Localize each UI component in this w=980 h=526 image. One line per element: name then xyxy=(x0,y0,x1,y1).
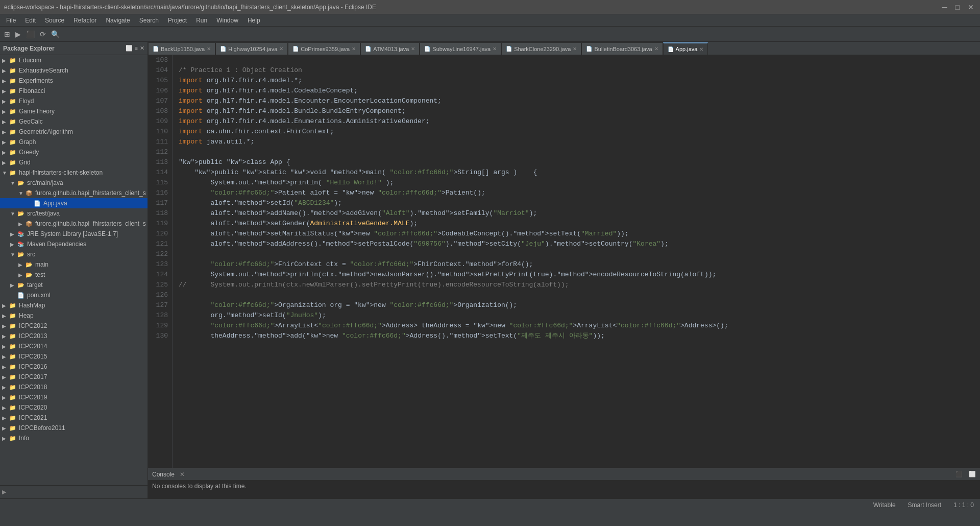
tree-item-27[interactable]: ▶📁ICPC2013 xyxy=(0,331,148,341)
tree-item-31[interactable]: ▶📁ICPC2017 xyxy=(0,372,148,382)
console-action-1[interactable]: ⬛ xyxy=(955,471,963,477)
tree-item-34[interactable]: ▶📁ICPC2020 xyxy=(0,402,148,413)
toolbar-icon-2[interactable]: ▶ xyxy=(13,29,23,39)
tree-item-15[interactable]: ▼📂src/test/java xyxy=(0,208,148,219)
toolbar-icon-3[interactable]: ⬛ xyxy=(24,29,37,39)
tree-item-37[interactable]: ▶📁Info xyxy=(0,433,148,443)
tab-close-7[interactable]: ✕ xyxy=(699,46,703,52)
tree-item-10[interactable]: ▶📁Grid xyxy=(0,157,148,168)
tab-1[interactable]: 📄Highway10254.java✕ xyxy=(215,42,288,55)
sidebar-minimize-icon[interactable]: ⬜ xyxy=(126,45,133,52)
tab-close-3[interactable]: ✕ xyxy=(411,46,415,52)
sidebar-collapse-icon[interactable]: ≡ xyxy=(135,45,138,52)
toolbar-icon-4[interactable]: ⟳ xyxy=(38,29,48,39)
tree-item-32[interactable]: ▶📁ICPC2018 xyxy=(0,382,148,392)
tree-arrow-31[interactable]: ▶ xyxy=(2,374,9,380)
tree-arrow-5[interactable]: ▶ xyxy=(2,109,9,114)
tree-arrow-33[interactable]: ▶ xyxy=(2,395,9,400)
tree-arrow-34[interactable]: ▶ xyxy=(2,405,9,411)
tree-item-5[interactable]: ▶📁GameTheory xyxy=(0,106,148,116)
tree-arrow-28[interactable]: ▶ xyxy=(2,344,9,349)
tab-4[interactable]: 📄SubwayLine16947.java✕ xyxy=(420,42,501,55)
tab-close-5[interactable]: ✕ xyxy=(573,46,577,52)
menu-item-search[interactable]: Search xyxy=(135,16,163,25)
sidebar-expand-icon[interactable]: ▶ xyxy=(2,489,6,495)
tree-item-4[interactable]: ▶📁Floyd xyxy=(0,96,148,106)
tree-arrow-18[interactable]: ▶ xyxy=(10,242,17,247)
tree-arrow-21[interactable]: ▶ xyxy=(18,272,26,278)
tree-item-25[interactable]: ▶📁Heap xyxy=(0,310,148,321)
tree-arrow-30[interactable]: ▶ xyxy=(2,364,9,370)
tree-arrow-17[interactable]: ▶ xyxy=(10,231,17,237)
tree-item-21[interactable]: ▶📂test xyxy=(0,270,148,280)
tree-arrow-27[interactable]: ▶ xyxy=(2,333,9,339)
tab-7[interactable]: 📄App.java✕ xyxy=(663,42,708,55)
menu-item-file[interactable]: File xyxy=(2,16,20,25)
tab-close-2[interactable]: ✕ xyxy=(352,46,356,52)
maximize-button[interactable]: □ xyxy=(953,3,962,11)
tree-item-3[interactable]: ▶📁Fibonacci xyxy=(0,86,148,96)
tree-item-12[interactable]: ▼📂src/main/java xyxy=(0,178,148,188)
tab-close-6[interactable]: ✕ xyxy=(654,46,658,52)
tree-item-2[interactable]: ▶📁Experiments xyxy=(0,76,148,86)
tree-arrow-37[interactable]: ▶ xyxy=(2,436,9,441)
tree-item-19[interactable]: ▼📂src xyxy=(0,249,148,259)
tree-arrow-9[interactable]: ▶ xyxy=(2,150,9,155)
tree-arrow-1[interactable]: ▶ xyxy=(2,68,9,74)
toolbar-icon-5[interactable]: 🔍 xyxy=(49,29,62,39)
tree-arrow-13[interactable]: ▼ xyxy=(18,190,26,196)
tree-arrow-20[interactable]: ▶ xyxy=(18,262,26,268)
tree-item-8[interactable]: ▶📁Graph xyxy=(0,137,148,147)
console-close-icon[interactable]: ✕ xyxy=(180,471,185,478)
tree-item-16[interactable]: ▶📦furore.github.io.hapi_fhirstarters_cli… xyxy=(0,219,148,229)
tree-item-28[interactable]: ▶📁ICPC2014 xyxy=(0,341,148,351)
tree-arrow-15[interactable]: ▼ xyxy=(10,211,17,217)
tree-arrow-24[interactable]: ▶ xyxy=(2,303,9,308)
tree-item-6[interactable]: ▶📁GeoCalc xyxy=(0,116,148,127)
tree-item-18[interactable]: ▶📚Maven Dependencies xyxy=(0,239,148,249)
menu-item-project[interactable]: Project xyxy=(164,16,191,25)
tree-item-24[interactable]: ▶📁HashMap xyxy=(0,300,148,310)
tree-arrow-12[interactable]: ▼ xyxy=(10,180,17,186)
close-button[interactable]: ✕ xyxy=(966,3,976,11)
tree-arrow-6[interactable]: ▶ xyxy=(2,119,9,125)
tree-arrow-8[interactable]: ▶ xyxy=(2,139,9,145)
menu-item-run[interactable]: Run xyxy=(192,16,211,25)
tree-arrow-4[interactable]: ▶ xyxy=(2,99,9,104)
tree-item-14[interactable]: 📄App.java xyxy=(0,198,148,208)
tree-arrow-3[interactable]: ▶ xyxy=(2,88,9,94)
code-editor[interactable]: /* Practice 1 : Object Creation import o… xyxy=(173,55,980,468)
tab-5[interactable]: 📄SharkClone23290.java✕ xyxy=(501,42,581,55)
toolbar-icon-1[interactable]: ⊞ xyxy=(2,29,12,39)
menu-item-window[interactable]: Window xyxy=(212,16,242,25)
tab-0[interactable]: 📄BackUp1150.java✕ xyxy=(148,42,215,55)
tree-item-20[interactable]: ▶📂main xyxy=(0,259,148,270)
tab-3[interactable]: 📄ATM4013.java✕ xyxy=(360,42,420,55)
tab-close-4[interactable]: ✕ xyxy=(493,46,497,52)
minimize-button[interactable]: ─ xyxy=(940,3,949,11)
tree-arrow-11[interactable]: ▼ xyxy=(2,170,9,176)
tree-arrow-19[interactable]: ▼ xyxy=(10,252,17,257)
tab-close-0[interactable]: ✕ xyxy=(207,46,211,52)
sidebar-close-icon[interactable]: ✕ xyxy=(140,45,144,52)
tree-arrow-32[interactable]: ▶ xyxy=(2,385,9,390)
tab-2[interactable]: 📄CoPrimes9359.java✕ xyxy=(288,42,360,55)
tree-arrow-29[interactable]: ▶ xyxy=(2,354,9,360)
tree-arrow-36[interactable]: ▶ xyxy=(2,425,9,431)
menu-item-source[interactable]: Source xyxy=(41,16,68,25)
tab-close-1[interactable]: ✕ xyxy=(279,46,283,52)
tree-item-13[interactable]: ▼📦furore.github.io.hapi_fhirstarters_cli… xyxy=(0,188,148,198)
tree-item-1[interactable]: ▶📁ExhaustiveSearch xyxy=(0,65,148,76)
tree-item-35[interactable]: ▶📁ICPC2021 xyxy=(0,413,148,423)
tree-item-17[interactable]: ▶📚JRE System Library [JavaSE-1.7] xyxy=(0,229,148,239)
tree-arrow-25[interactable]: ▶ xyxy=(2,313,9,319)
tree-arrow-2[interactable]: ▶ xyxy=(2,78,9,84)
tree-arrow-7[interactable]: ▶ xyxy=(2,129,9,135)
tree-item-36[interactable]: ▶📁ICPCBefore2011 xyxy=(0,423,148,433)
menu-item-navigate[interactable]: Navigate xyxy=(102,16,134,25)
menu-item-help[interactable]: Help xyxy=(243,16,264,25)
tab-6[interactable]: 📄BulletinBoard3063.java✕ xyxy=(581,42,663,55)
tree-item-29[interactable]: ▶📁ICPC2015 xyxy=(0,351,148,362)
tree-item-26[interactable]: ▶📁ICPC2012 xyxy=(0,321,148,331)
tree-item-23[interactable]: 📄pom.xml xyxy=(0,290,148,300)
